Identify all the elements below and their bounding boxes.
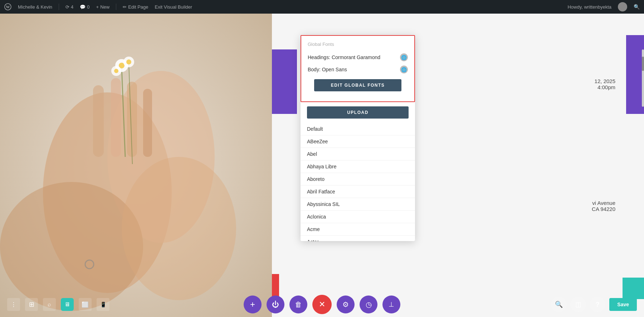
headings-globe-icon[interactable]: 🌐	[400, 53, 408, 61]
svg-rect-8	[111, 78, 121, 157]
svg-rect-10	[143, 89, 152, 157]
desktop-view-button[interactable]: 🖥	[61, 298, 74, 311]
global-fonts-highlight: Global Fonts Headings: Cormorant Garamon…	[301, 35, 415, 102]
search-right-icon: 🔍	[555, 301, 563, 308]
svg-point-6	[122, 157, 236, 300]
svg-rect-7	[93, 85, 104, 157]
font-item-abhaya[interactable]: Abhaya Libre	[301, 160, 415, 173]
history-button[interactable]: ◷	[360, 296, 377, 313]
grid-button[interactable]: ⊞	[25, 298, 38, 311]
font-item-acme[interactable]: Acme	[301, 223, 415, 235]
left-image-panel	[0, 14, 272, 317]
scroll-thumb	[642, 57, 644, 71]
address-line1: vi Avenue	[592, 200, 615, 206]
body-font-label: Body: Open Sans	[308, 67, 347, 72]
history-icon: ◷	[366, 300, 372, 309]
svg-text:W: W	[6, 5, 10, 9]
headings-font-label: Headings: Cormorant Garamond	[308, 54, 380, 60]
font-item-aclonica[interactable]: Aclonica	[301, 210, 415, 223]
new-item[interactable]: + New	[96, 4, 110, 10]
power-icon: ⏻	[272, 301, 279, 309]
avatar[interactable]	[618, 2, 627, 11]
global-fonts-title: Global Fonts	[308, 42, 408, 47]
sliders-icon: ⊥	[389, 301, 394, 308]
help-button[interactable]: ?	[590, 297, 605, 312]
center-tools: + ⏻ 🗑 ✕ ⚙ ◷ ⊥	[244, 295, 400, 314]
grid-icon: ⊞	[29, 301, 34, 308]
search-button[interactable]: ⌕	[43, 298, 56, 311]
search-icon-top[interactable]: 🔍	[634, 4, 640, 10]
plus-icon: +	[96, 4, 99, 10]
edit-page-item[interactable]: ✏ Edit Page	[123, 4, 148, 10]
svg-point-16	[126, 59, 131, 64]
main-area: Jo Kr Wh Wh 12, 2025 4:00pm vi Avenue CA…	[0, 14, 644, 317]
trash-button[interactable]: 🗑	[289, 296, 307, 313]
revisions-count[interactable]: ⟳ 4	[65, 4, 73, 10]
event-date: 12, 2025	[595, 78, 615, 84]
headings-font-row: Headings: Cormorant Garamond 🌐	[308, 51, 408, 63]
font-item-actor[interactable]: Actor	[301, 235, 415, 241]
font-item-abril[interactable]: Abril Fatface	[301, 185, 415, 198]
trash-icon: 🗑	[295, 301, 302, 309]
address-line2: CA 94220	[592, 206, 615, 212]
gear-icon: ⚙	[342, 300, 349, 309]
close-button[interactable]: ✕	[312, 295, 332, 314]
power-button[interactable]: ⏻	[267, 296, 284, 313]
topbar: W Michelle & Kevin ⟳ 4 💬 0 + New ✏ Edit …	[0, 0, 644, 14]
layers-icon: ◫	[575, 301, 581, 308]
right-content-panel: Jo Kr Wh Wh 12, 2025 4:00pm vi Avenue CA…	[272, 14, 644, 317]
scroll-indicator[interactable]	[642, 49, 644, 107]
upload-section: UPLOAD	[301, 102, 415, 119]
desktop-icon: 🖥	[64, 301, 70, 308]
help-icon: ?	[596, 301, 600, 308]
pencil-icon: ✏	[123, 4, 127, 10]
font-list[interactable]: Default ABeeZee Abel Abhaya Libre Aboret…	[301, 123, 415, 241]
layers-button[interactable]: ◫	[571, 297, 586, 312]
font-item-default[interactable]: Default	[301, 123, 415, 135]
howdy-text: Howdy, writtenbyekta	[567, 4, 611, 10]
svg-point-18	[114, 69, 118, 73]
font-panel: Global Fonts Headings: Cormorant Garamon…	[301, 35, 415, 241]
body-globe-icon[interactable]: 🌐	[400, 66, 408, 73]
font-item-abyssinica[interactable]: Abyssinica SIL	[301, 198, 415, 210]
teal-block	[623, 278, 644, 299]
settings-button[interactable]: ⚙	[337, 296, 355, 313]
plus-icon: +	[250, 299, 255, 309]
mobile-view-button[interactable]: 📱	[97, 298, 109, 311]
exit-builder-item[interactable]: Exit Visual Builder	[155, 4, 192, 10]
svg-point-5	[0, 182, 143, 311]
event-time: 4:00pm	[595, 84, 615, 90]
global-fonts-section: Global Fonts Headings: Cormorant Garamon…	[301, 36, 414, 101]
add-button[interactable]: +	[244, 296, 262, 313]
font-item-abeezee[interactable]: ABeeZee	[301, 135, 415, 148]
font-item-aboreto[interactable]: Aboreto	[301, 173, 415, 185]
revisions-icon: ⟳	[65, 4, 69, 10]
left-tools: ⋮ ⊞ ⌕ 🖥 ⬜ 📱	[7, 298, 109, 311]
comments-item[interactable]: 💬 0	[80, 4, 89, 10]
tablet-view-button[interactable]: ⬜	[79, 298, 92, 311]
sliders-button[interactable]: ⊥	[382, 296, 400, 313]
tablet-icon: ⬜	[82, 301, 89, 308]
close-icon: ✕	[319, 300, 325, 309]
edit-global-fonts-button[interactable]: EDIT GLOBAL FONTS	[314, 79, 401, 91]
comments-icon: 💬	[80, 4, 86, 10]
upload-button[interactable]: UPLOAD	[307, 106, 409, 119]
body-font-row: Body: Open Sans 🌐	[308, 63, 408, 76]
dots-menu-button[interactable]: ⋮	[7, 298, 20, 311]
search-right-button[interactable]: 🔍	[551, 297, 566, 312]
site-name[interactable]: Michelle & Kevin	[18, 4, 52, 10]
save-button[interactable]: Save	[609, 298, 637, 311]
dots-icon: ⋮	[11, 301, 16, 308]
mobile-icon: 📱	[100, 302, 106, 307]
search-icon: ⌕	[48, 301, 51, 308]
font-item-abel[interactable]: Abel	[301, 148, 415, 160]
right-tools: 🔍 ◫ ? Save	[551, 297, 637, 312]
wp-logo[interactable]: W	[4, 3, 11, 10]
